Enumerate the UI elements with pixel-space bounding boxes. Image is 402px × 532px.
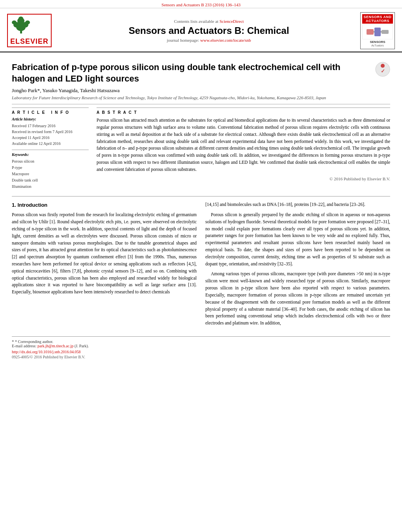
- doi-line[interactable]: http://dx.doi.org/10.1016/j.snb.2016.04.…: [12, 350, 390, 354]
- keyword-3: Macropore: [12, 171, 89, 177]
- elsevier-box: ELSEVIER: [7, 14, 52, 47]
- body-two-columns: 1. Introduction Porous silicon was first…: [12, 201, 390, 330]
- abstract-text: Porous silicon has attracted much attent…: [97, 117, 390, 173]
- keywords-label: Keywords:: [12, 152, 89, 157]
- received-revised-date: Received in revised form 7 April 2016: [12, 129, 89, 135]
- accepted-date: Accepted 11 April 2016: [12, 135, 89, 141]
- contents-line: Contents lists available at ScienceDirec…: [70, 19, 348, 24]
- sa-logo-top-text: SENSORS AND ACTUATORS: [362, 14, 393, 24]
- svg-text:✓: ✓: [381, 68, 385, 74]
- svg-rect-8: [367, 29, 374, 35]
- article-title-section: Fabrication of p-type porous silicon usi…: [12, 62, 390, 84]
- keyword-1: Porous silicon: [12, 158, 89, 165]
- journal-title: Sensors and Actuators B: Chemical: [70, 25, 348, 36]
- journal-header-center: Contents lists available at ScienceDirec…: [62, 19, 355, 43]
- email-suffix: (J. Park).: [74, 344, 89, 348]
- svg-rect-10: [382, 30, 389, 34]
- journal-citation-bar: Sensors and Actuators B 233 (2016) 136–1…: [0, 0, 402, 8]
- article-title: Fabrication of p-type porous silicon usi…: [12, 62, 370, 84]
- keyword-4: Double tank cell: [12, 177, 89, 184]
- journal-citation: Sensors and Actuators B 233 (2016) 136–1…: [162, 2, 240, 7]
- right-column: A B S T R A C T Porous silicon has attra…: [97, 108, 390, 190]
- svg-point-4: [12, 20, 17, 24]
- affiliation: Laboratory for Future Interdisciplinary …: [12, 95, 390, 100]
- svg-point-5: [25, 20, 30, 24]
- keyword-2: P-type: [12, 165, 89, 171]
- article-info-heading: A R T I C L E I N F O: [12, 110, 89, 115]
- footnote-star: *: [12, 339, 14, 344]
- article-info-abstract-columns: A R T I C L E I N F O Article history: R…: [12, 108, 390, 190]
- elsevier-tree-icon: [10, 16, 32, 35]
- authors-line: Jongho Park*, Yasuko Yanagida, Takeshi H…: [12, 87, 390, 94]
- sa-logo-box: SENSORS AND ACTUATORS SENSORS AcTuators: [360, 12, 395, 49]
- sa-logo-image: [362, 24, 393, 39]
- homepage-link[interactable]: www.elsevier.com/locate/snb: [200, 38, 251, 43]
- keywords-section: Keywords: Porous silicon P-type Macropor…: [12, 150, 89, 190]
- abstract-heading: A B S T R A C T: [97, 110, 390, 115]
- article-content: Fabrication of p-type porous silicon usi…: [0, 52, 402, 359]
- footnote-star-line: * * Corresponding author.: [12, 339, 390, 344]
- received-date: Received 17 February 2016: [12, 123, 89, 129]
- svg-point-14: [381, 64, 385, 68]
- abstract-section: A B S T R A C T Porous silicon has attra…: [97, 108, 390, 181]
- sa-logo-area: SENSORS AND ACTUATORS SENSORS AcTuators: [355, 12, 395, 49]
- keyword-5: Illumination: [12, 184, 89, 190]
- left-column: A R T I C L E I N F O Article history: R…: [12, 108, 89, 190]
- sa-logo-graphic: [366, 25, 389, 39]
- article-history-label: Article history:: [12, 117, 89, 121]
- sa-logo-bottom-text: SENSORS AcTuators: [362, 40, 393, 47]
- email-line: E-mail address: park.jh@m.titech.ac.jp (…: [12, 344, 390, 348]
- copyright-line: © 2016 Published by Elsevier B.V.: [97, 176, 390, 181]
- corresponding-author-label: * Corresponding author.: [15, 339, 53, 344]
- elsevier-text: ELSEVIER: [10, 37, 48, 46]
- article-body: 1. Introduction Porous silicon was first…: [12, 196, 390, 359]
- issn-line: 0925-4005/© 2016 Published by Elsevier B…: [12, 355, 390, 359]
- svg-rect-9: [374, 28, 381, 36]
- svg-point-7: [19, 17, 23, 20]
- intro-para-3: Among various types of porous silicons, …: [205, 271, 390, 327]
- crossmark-icon: ✓: [375, 62, 390, 77]
- journal-header: ELSEVIER Contents lists available at Sci…: [0, 8, 402, 52]
- divider-1: [12, 104, 390, 104]
- email-link[interactable]: park.jh@m.titech.ac.jp: [37, 344, 73, 348]
- intro-para-1-cont: [14,15] and biomolecules such as DNA [16…: [205, 201, 390, 208]
- available-date: Available online 12 April 2016: [12, 141, 89, 146]
- intro-para-1: Porous silicon was firstly reported from…: [12, 211, 197, 296]
- body-left-col: 1. Introduction Porous silicon was first…: [12, 201, 197, 330]
- elsevier-logo-area: ELSEVIER: [7, 14, 62, 47]
- footnote-area: * * Corresponding author. E-mail address…: [12, 336, 390, 359]
- intro-para-2: Porous silicon is generally prepared by …: [205, 211, 390, 268]
- article-info-section: A R T I C L E I N F O Article history: R…: [12, 108, 89, 146]
- section-1-title: 1. Introduction: [12, 201, 197, 209]
- email-label: E-mail address:: [12, 344, 36, 348]
- homepage-line: journal homepage: www.elsevier.com/locat…: [70, 38, 348, 43]
- sciencedirect-link[interactable]: ScienceDirect: [220, 19, 244, 24]
- body-right-col: [14,15] and biomolecules such as DNA [16…: [205, 201, 390, 330]
